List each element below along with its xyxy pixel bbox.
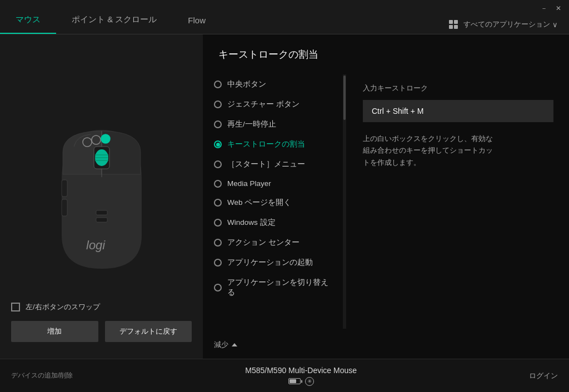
- menu-item-switch-app[interactable]: アプリケーションを切り替える: [203, 273, 342, 303]
- battery-fill: [290, 379, 297, 383]
- menu-list-wrapper: 中央ボタン ジェスチャー ボタン 再生/一時停止 キーストロークの割当: [203, 70, 347, 333]
- radio-media-player: [214, 180, 222, 188]
- menu-item-launch-app[interactable]: アプリケーションの起動: [203, 253, 342, 273]
- device-icons: ✳: [73, 377, 529, 386]
- app-selector[interactable]: すべてのアプリケーション ∨: [463, 19, 558, 29]
- minimize-button[interactable]: －: [540, 4, 548, 12]
- add-button[interactable]: 増加: [11, 321, 98, 342]
- grid-icon: [449, 20, 458, 29]
- radio-action-center: [214, 239, 222, 247]
- svg-rect-12: [96, 210, 107, 215]
- detail-label: 入力キーストローク: [363, 83, 553, 93]
- menu-item-start-menu[interactable]: ［スタート］メニュー: [203, 154, 342, 174]
- radio-middle-button: [214, 81, 222, 88]
- menu-title: キーストロークの割当: [203, 34, 569, 70]
- mouse-image: logi: [46, 102, 157, 280]
- detail-description: 上の白いボックスをクリックし、有効な組み合わせのキーを押してショートカットを作成…: [363, 133, 496, 169]
- chevron-up-icon: [232, 343, 237, 346]
- menu-item-windows-settings[interactable]: Windows 設定: [203, 213, 342, 233]
- menu-item-keystroke[interactable]: キーストロークの割当: [203, 134, 342, 154]
- battery-body: [288, 378, 301, 384]
- swap-label: 左/右ボタンのスワップ: [26, 302, 100, 312]
- svg-rect-7: [62, 180, 67, 197]
- right-panel: キーストロークの割当 中央ボタン ジェスチャー ボタン 再生: [203, 34, 569, 359]
- svg-point-11: [101, 134, 110, 143]
- menu-list: 中央ボタン ジェスチャー ボタン 再生/一時停止 キーストロークの割当: [203, 70, 342, 333]
- bottom-controls: 左/右ボタンのスワップ 増加 デフォルトに戻す: [11, 302, 192, 342]
- svg-text:logi: logi: [86, 238, 106, 252]
- swap-checkbox[interactable]: [11, 303, 20, 311]
- radio-keystroke: [214, 140, 222, 148]
- radio-windows-settings: [214, 219, 222, 227]
- menu-item-open-web[interactable]: Web ページを開く: [203, 193, 342, 213]
- menu-body: 中央ボタン ジェスチャー ボタン 再生/一時停止 キーストロークの割当: [203, 70, 569, 333]
- device-info: M585/M590 Multi-Device Mouse ✳: [73, 366, 529, 386]
- tab-point-scroll[interactable]: ポイント & スクロール: [56, 6, 172, 34]
- add-device-link[interactable]: デバイスの追加/削除: [11, 371, 73, 380]
- svg-rect-8: [62, 199, 67, 216]
- reset-button[interactable]: デフォルトに戻す: [105, 321, 192, 342]
- title-bar: － ✕: [533, 0, 569, 17]
- radio-launch-app: [214, 259, 222, 267]
- menu-item-play-pause[interactable]: 再生/一時停止: [203, 114, 342, 134]
- bluetooth-icon: ✳: [305, 377, 314, 386]
- close-button[interactable]: ✕: [555, 4, 562, 12]
- radio-open-web: [214, 199, 222, 207]
- main-content: logi 左/右ボタンのスワップ 増加 デフォルトに戻す キーストロークの割当: [0, 34, 569, 359]
- radio-switch-app: [214, 284, 222, 292]
- radio-gesture-button: [214, 100, 222, 108]
- tab-flow[interactable]: Flow: [172, 7, 221, 34]
- menu-item-middle-button[interactable]: 中央ボタン: [203, 74, 342, 94]
- nav-bar: マウス ポイント & スクロール Flow すべてのアプリケーション ∨: [0, 0, 569, 34]
- left-panel: logi 左/右ボタンのスワップ 増加 デフォルトに戻す: [0, 34, 203, 359]
- battery-icon: [288, 378, 301, 384]
- radio-start-menu: [214, 160, 222, 168]
- svg-rect-13: [96, 218, 107, 222]
- radio-play-pause: [214, 120, 222, 128]
- menu-footer[interactable]: 減少: [203, 333, 569, 359]
- app-selector-area: すべてのアプリケーション ∨: [449, 19, 569, 34]
- swap-row: 左/右ボタンのスワップ: [11, 302, 192, 312]
- menu-item-media-player[interactable]: Media Player: [203, 174, 342, 193]
- device-name: M585/M590 Multi-Device Mouse: [73, 366, 529, 375]
- button-row: 増加 デフォルトに戻す: [11, 321, 192, 342]
- login-button[interactable]: ログイン: [529, 371, 558, 381]
- menu-item-action-center[interactable]: アクション センター: [203, 233, 342, 253]
- tab-mouse[interactable]: マウス: [0, 6, 56, 34]
- menu-item-gesture-button[interactable]: ジェスチャー ボタン: [203, 94, 342, 114]
- detail-panel: 入力キーストローク Ctrl + Shift + M 上の白いボックスをクリック…: [347, 70, 569, 333]
- status-bar: デバイスの追加/削除 M585/M590 Multi-Device Mouse …: [0, 359, 569, 392]
- keystroke-input[interactable]: Ctrl + Shift + M: [363, 100, 553, 122]
